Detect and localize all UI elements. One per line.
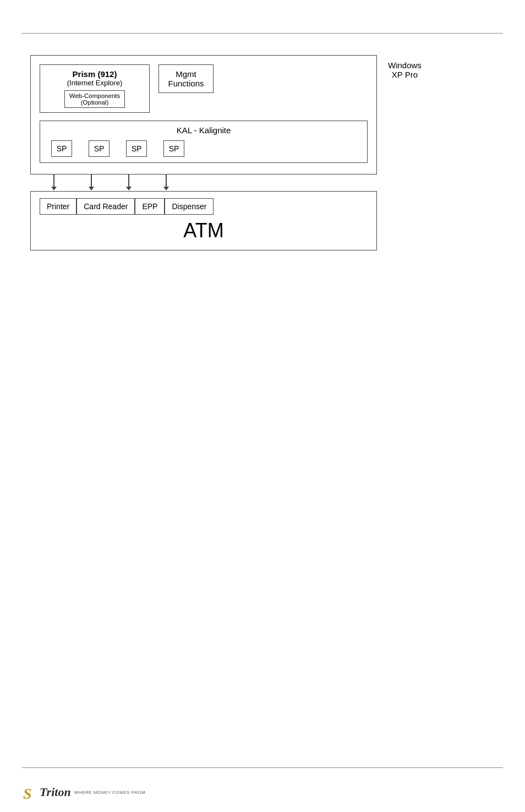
triton-s-icon: S <box>22 783 37 801</box>
arrow-2 <box>81 175 102 190</box>
atm-box: Printer Card Reader EPP Dispenser ATM <box>30 191 377 250</box>
arrow-tip-3 <box>126 187 132 190</box>
sp-box-3: SP <box>126 140 147 157</box>
hw-card-reader: Card Reader <box>76 198 135 215</box>
hw-epp: EPP <box>135 198 165 215</box>
kal-title: KAL - Kalignite <box>47 126 360 135</box>
arrow-1 <box>43 175 64 190</box>
sp-box-1: SP <box>51 140 72 157</box>
mgmt-line1: Mgmt <box>176 69 196 79</box>
outer-architecture-box: Prism (912) (Internet Explore) Web-Compo… <box>30 55 377 175</box>
arrow-3 <box>118 175 139 190</box>
diagram-area: Prism (912) (Internet Explore) Web-Compo… <box>30 55 415 250</box>
mgmt-line2: Functions <box>168 79 204 88</box>
sp-row: SP SP SP SP <box>47 140 360 157</box>
hardware-row: Printer Card Reader EPP Dispenser <box>40 198 368 215</box>
prism-box: Prism (912) (Internet Explore) Web-Compo… <box>40 64 150 113</box>
web-components-label: Web-Components(Optional) <box>69 92 120 106</box>
kal-section: KAL - Kalignite SP SP SP SP <box>40 121 368 163</box>
arrow-line-3 <box>128 175 129 187</box>
sp-box-4: SP <box>163 140 184 157</box>
arrow-line-4 <box>166 175 167 187</box>
triton-tagline: WHERE MONEY COMES FROM. <box>74 790 147 795</box>
footer: S Triton WHERE MONEY COMES FROM. <box>22 783 147 801</box>
arrow-line-2 <box>91 175 92 187</box>
triton-text: Triton <box>40 785 71 799</box>
prism-subtitle: (Internet Explore) <box>47 79 143 87</box>
top-horizontal-rule <box>22 33 503 34</box>
arrow-4 <box>156 175 177 190</box>
prism-title: Prism (912) <box>47 69 143 79</box>
mgmt-box: Mgmt Functions <box>158 64 214 93</box>
arrow-tip-2 <box>89 187 94 190</box>
sp-box-2: SP <box>89 140 110 157</box>
bottom-horizontal-rule <box>22 767 503 768</box>
svg-text:S: S <box>23 785 32 801</box>
triton-logo: S Triton WHERE MONEY COMES FROM. <box>22 783 147 801</box>
arrows-section <box>30 175 377 191</box>
hw-printer: Printer <box>40 198 76 215</box>
web-components-box: Web-Components(Optional) <box>64 90 125 108</box>
diagram-wrapper: Prism (912) (Internet Explore) Web-Compo… <box>30 55 415 250</box>
arrow-tip-1 <box>51 187 57 190</box>
windows-xp-label: Windows XP Pro <box>388 61 422 79</box>
top-row: Prism (912) (Internet Explore) Web-Compo… <box>40 64 368 113</box>
arrow-line-1 <box>53 175 54 187</box>
hw-dispenser: Dispenser <box>165 198 214 215</box>
atm-label: ATM <box>40 219 368 242</box>
arrow-tip-4 <box>163 187 169 190</box>
